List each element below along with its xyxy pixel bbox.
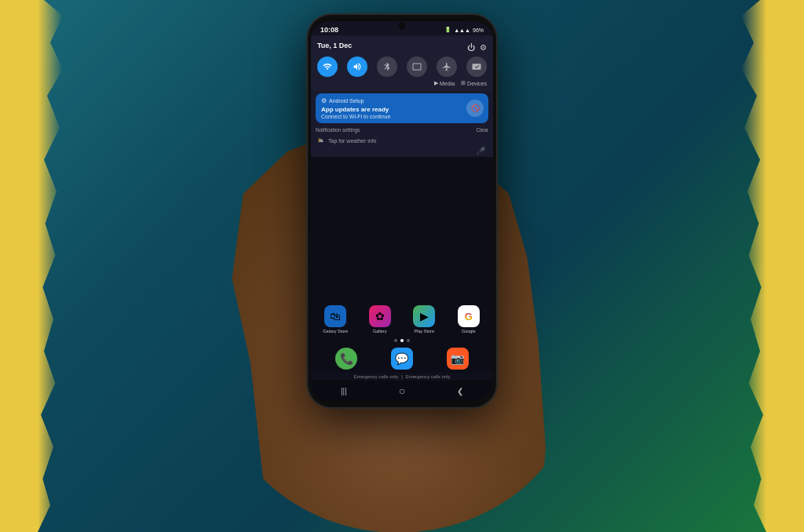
battery-percent: 96% (473, 27, 484, 33)
page-dots (311, 337, 493, 344)
notification-settings-label[interactable]: Notification settings (316, 127, 360, 133)
weather-icon: ⛅ (317, 137, 324, 144)
nav-home[interactable]: ○ (399, 384, 405, 397)
page-dot-0 (394, 339, 397, 342)
app-gallery[interactable]: ✿ Gallery (360, 305, 400, 333)
signal-icon: ▲▲▲ (454, 27, 470, 33)
camera-cutout (399, 23, 405, 29)
qs-date: Tue, 1 Dec (317, 42, 352, 49)
page-dot-1 (400, 339, 404, 342)
x-mark: × (765, 204, 771, 215)
notification-right-icon: 🚫 (466, 100, 484, 117)
x-marks-right: × × × × × × × × (765, 188, 782, 262)
notification-clear-label[interactable]: Clear (476, 127, 488, 133)
play-store-icon: ▶ (413, 305, 435, 327)
notification-title: App updates are ready (321, 106, 483, 113)
weather-text: Tap for weather info (328, 138, 376, 144)
home-screen-bg (311, 157, 493, 302)
nav-recents[interactable]: ||| (341, 387, 347, 395)
mic-area: 🎤 (311, 147, 493, 157)
mic-icon[interactable]: 🎤 (476, 147, 485, 155)
x-mark: × (765, 235, 771, 246)
gallery-label: Gallery (373, 329, 386, 333)
galaxy-store-label: Galaxy Store (323, 329, 348, 333)
x-mark: × (22, 282, 28, 293)
nav-bar: ||| ○ ❮ (311, 381, 493, 401)
sound-toggle[interactable] (347, 56, 367, 77)
x-mark: × (33, 235, 39, 246)
phone-frame: 10:08 🔋 ▲▲▲ 96% Tue, 1 Dec ⏻ ⚙ (308, 15, 496, 407)
emergency-bar: Emergency calls only | Emergency calls o… (311, 373, 493, 381)
quick-settings-panel: Tue, 1 Dec ⏻ ⚙ (311, 37, 493, 91)
weather-widget[interactable]: ⛅ Tap for weather info (311, 134, 493, 147)
x-mark: × (33, 282, 39, 293)
settings-icon[interactable]: ⚙ (480, 43, 487, 52)
quick-settings-icons (317, 56, 487, 77)
app-grid: 🛍 Galaxy Store ✿ Gallery ▶ Play Store G (311, 302, 493, 337)
x-mark: × (22, 235, 28, 246)
google-icon: G (458, 305, 480, 327)
galaxy-store-icon: 🛍 (324, 305, 346, 327)
x-mark: × (22, 251, 28, 262)
play-store-label: Play Store (415, 329, 434, 333)
x-marks-left: × × × × × × × × × (22, 220, 39, 293)
x-mark: × (765, 188, 782, 199)
screen-toggle[interactable] (407, 56, 427, 77)
notification-panel[interactable]: ⚙ Android Setup App updates are ready Co… (316, 93, 488, 123)
dock-phone[interactable]: 📞 (335, 348, 357, 370)
status-icons: 🔋 ▲▲▲ 96% (444, 27, 484, 33)
x-mark: × (33, 251, 39, 262)
x-mark: × (776, 235, 782, 246)
x-mark: × (22, 267, 28, 278)
x-mark: × (765, 251, 782, 262)
dock-bar: 📞 💬 📷 (311, 344, 493, 373)
media-label[interactable]: ▶ Media (434, 80, 455, 86)
qs-bottom-row: ▶ Media ⊞ Devices (317, 80, 487, 86)
dock-messages[interactable]: 💬 (391, 348, 413, 370)
airplane-toggle[interactable] (437, 56, 457, 77)
phone-screen: 10:08 🔋 ▲▲▲ 96% Tue, 1 Dec ⏻ ⚙ (311, 21, 493, 401)
notification-header: ⚙ Android Setup (321, 97, 483, 104)
wifi-toggle[interactable] (317, 56, 338, 77)
gallery-icon: ✿ (369, 305, 391, 327)
battery-icon: 🔋 (444, 27, 451, 33)
app-galaxy-store[interactable]: 🛍 Galaxy Store (316, 305, 356, 333)
emergency-separator: | (401, 374, 403, 379)
emergency-text-1: Emergency calls only (354, 374, 399, 379)
x-mark: × (776, 220, 782, 231)
x-mark: × (776, 204, 782, 215)
x-mark: × (33, 267, 39, 278)
emergency-text-2: Emergency calls only (406, 374, 451, 379)
nav-back[interactable]: ❮ (457, 387, 463, 395)
page-dot-2 (407, 339, 410, 342)
notification-settings-row: Notification settings Clear (311, 126, 493, 134)
bluetooth-toggle[interactable] (377, 56, 397, 77)
status-time: 10:08 (320, 26, 338, 34)
notification-subtitle: Connect to Wi-Fi to continue (321, 114, 483, 119)
nfc-toggle[interactable] (466, 56, 487, 77)
devices-label[interactable]: ⊞ Devices (461, 80, 487, 86)
phone-hand-container: 10:08 🔋 ▲▲▲ 96% Tue, 1 Dec ⏻ ⚙ (237, 15, 567, 517)
x-mark: × (22, 220, 39, 231)
notification-app-name: Android Setup (329, 98, 364, 104)
notif-gear-icon: ⚙ (321, 97, 327, 104)
app-google[interactable]: G Google (449, 305, 489, 333)
app-play-store[interactable]: ▶ Play Store (404, 305, 444, 333)
google-label: Google (462, 329, 476, 333)
dock-camera[interactable]: 📷 (447, 348, 469, 370)
power-icon[interactable]: ⏻ (467, 43, 475, 52)
x-mark: × (765, 220, 771, 231)
